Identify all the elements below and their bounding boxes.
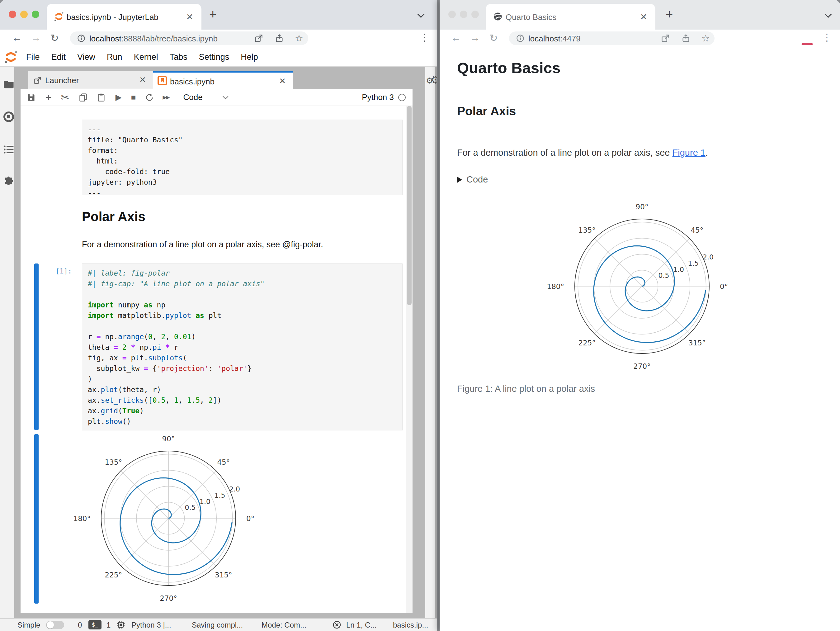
back-icon[interactable]: ← (451, 32, 461, 44)
tab-notebook-close-icon[interactable]: ✕ (279, 76, 286, 86)
share-icon[interactable] (682, 34, 690, 43)
kernel-status-text[interactable]: Python 3 |... (131, 621, 171, 629)
svg-text:90°: 90° (162, 435, 175, 443)
menu-item-edit[interactable]: Edit (51, 52, 66, 62)
open-in-window-icon[interactable] (661, 34, 670, 43)
input-collapser[interactable] (34, 264, 39, 430)
svg-text:0°: 0° (720, 283, 728, 291)
open-in-window-icon[interactable] (254, 34, 263, 43)
restart-run-all-icon[interactable]: ▶▶ (163, 94, 169, 101)
terminals-count: 0 (78, 621, 82, 629)
svg-text:1.5: 1.5 (688, 259, 699, 267)
yaml-raw-cell[interactable]: ---title: "Quarto Basics"format: html: c… (82, 120, 403, 195)
no-errors-icon (333, 620, 341, 629)
browser-tab[interactable]: Quarto Basics ✕ (486, 4, 655, 30)
cell-type-select[interactable]: Code (183, 92, 203, 102)
polar-plot-output: 0°45°90°135°180°225°270°315°0.51.01.52.0 (69, 432, 268, 606)
code-fold-disclosure[interactable]: Code (457, 174, 488, 185)
bookmark-star-icon[interactable]: ☆ (295, 33, 303, 44)
table-of-contents-icon[interactable] (3, 145, 14, 154)
forward-icon[interactable]: → (31, 32, 41, 44)
tab-launcher-close-icon[interactable]: ✕ (139, 75, 146, 85)
kernel-name[interactable]: Python 3 (362, 92, 394, 102)
globe-favicon (493, 12, 502, 21)
address-bar[interactable]: localhost:4479 ☆ (509, 32, 715, 45)
bookmark-star-icon[interactable]: ☆ (701, 33, 710, 44)
jupyter-logo (4, 50, 18, 64)
insert-cell-icon[interactable]: + (46, 91, 52, 103)
paste-cells-icon[interactable] (97, 93, 106, 102)
extension-manager-icon[interactable] (3, 176, 14, 187)
menu-item-help[interactable]: Help (241, 52, 258, 62)
running-kernels-icon[interactable] (3, 112, 14, 122)
new-tab-button[interactable]: + (666, 8, 673, 21)
code-cell-input[interactable]: #| label: fig-polar#| fig-cap: "A line p… (82, 264, 403, 430)
reload-icon[interactable]: ↻ (51, 32, 59, 44)
address-bar[interactable]: localhost:8888/lab/tree/basics.ipynb ☆ (70, 32, 308, 45)
tab-close-icon[interactable]: ✕ (186, 12, 193, 22)
output-collapser[interactable] (34, 434, 39, 604)
save-icon[interactable] (27, 93, 35, 102)
minimize-window-button[interactable] (20, 11, 28, 18)
svg-text:1.0: 1.0 (200, 498, 210, 506)
tab-close-icon[interactable]: ✕ (640, 12, 647, 22)
share-icon[interactable] (275, 34, 284, 43)
back-icon[interactable]: ← (12, 32, 22, 44)
zoom-window-button[interactable] (471, 11, 479, 18)
forward-icon[interactable]: → (470, 32, 480, 44)
browser-menu-icon[interactable]: ⋮ (822, 32, 832, 43)
interrupt-kernel-icon[interactable]: ■ (131, 92, 136, 102)
browser-tab-strip: basics.ipynb - JupyterLab ✕ + (0, 0, 437, 30)
property-inspector-icon[interactable]: ⚙⚙ (426, 73, 437, 86)
browser-toolbar: ← → ↻ localhost:4479 ☆ ⋮ (440, 30, 840, 47)
cut-cells-icon[interactable]: ✂ (61, 92, 69, 103)
simple-mode-toggle[interactable] (46, 621, 64, 629)
site-info-icon[interactable] (77, 34, 85, 43)
menu-item-run[interactable]: Run (107, 52, 122, 62)
jupyterlab-left-sidebar (0, 66, 17, 618)
menu-item-kernel[interactable]: Kernel (134, 52, 158, 62)
jupyterlab-right-sidebar: ⚙⚙ (422, 66, 435, 618)
cursor-position-text[interactable]: Ln 1, C... (346, 621, 376, 629)
simple-mode-label: Simple (17, 621, 40, 629)
restart-kernel-icon[interactable] (145, 93, 154, 102)
markdown-heading[interactable]: Polar Axis (82, 209, 145, 224)
site-info-icon[interactable] (516, 34, 524, 43)
notebook-mode-text: Mode: Com... (262, 621, 306, 629)
scrollbar-thumb[interactable] (407, 106, 412, 305)
tab-notebook[interactable]: basics.ipynb ✕ (153, 71, 293, 89)
svg-text:2.0: 2.0 (703, 253, 714, 261)
copy-cells-icon[interactable] (79, 93, 87, 102)
tab-search-chevron-icon[interactable] (825, 11, 832, 18)
svg-text:90°: 90° (636, 203, 649, 211)
file-browser-icon[interactable] (3, 79, 14, 89)
notebook-scrollbar[interactable] (406, 106, 412, 613)
close-window-button[interactable] (448, 11, 456, 18)
cell-type-chevron-icon[interactable] (223, 93, 228, 99)
code-fold-label: Code (466, 174, 488, 185)
reload-icon[interactable]: ↻ (489, 32, 498, 44)
figure-link[interactable]: Figure 1 (673, 148, 706, 158)
markdown-paragraph[interactable]: For a demonstration of a line plot on a … (82, 240, 323, 250)
zoom-window-button[interactable] (32, 11, 39, 18)
menu-item-tabs[interactable]: Tabs (170, 52, 188, 62)
svg-text:225°: 225° (578, 339, 595, 347)
page-title: Quarto Basics (457, 59, 561, 77)
menu-item-file[interactable]: File (26, 52, 40, 62)
run-cell-icon[interactable]: ▶ (115, 92, 122, 102)
terminal-icon[interactable]: $_ (88, 620, 101, 629)
new-tab-button[interactable]: + (209, 8, 216, 21)
close-window-button[interactable] (9, 11, 16, 18)
menu-item-settings[interactable]: Settings (199, 52, 229, 62)
browser-toolbar: ← → ↻ localhost:8888/lab/tree/basics.ipy… (0, 30, 437, 47)
minimize-window-button[interactable] (460, 11, 467, 18)
body-paragraph: For a demonstration of a line plot on a … (457, 148, 708, 158)
svg-text:180°: 180° (547, 283, 564, 291)
jupyterlab-menubar: FileEditViewRunKernelTabsSettingsHelp (0, 47, 437, 66)
tab-search-chevron-icon[interactable] (417, 11, 425, 18)
menu-item-view[interactable]: View (77, 52, 95, 62)
svg-text:135°: 135° (578, 226, 595, 234)
tab-launcher[interactable]: Launcher ✕ (28, 71, 153, 89)
browser-tab[interactable]: basics.ipynb - JupyterLab ✕ (47, 4, 201, 30)
browser-menu-icon[interactable]: ⋮ (420, 32, 429, 43)
